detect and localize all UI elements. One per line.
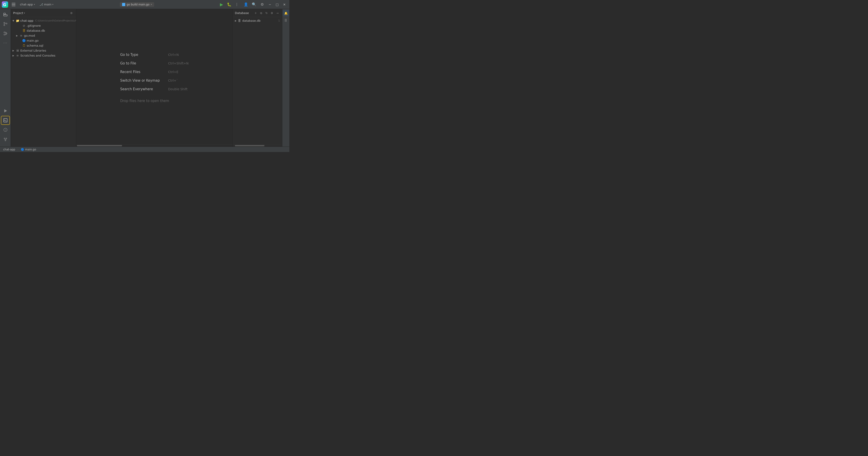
db-panel-button[interactable]: 🗄 <box>283 17 289 24</box>
svg-point-23 <box>5 140 6 141</box>
shortcut-key-4: Double Shift <box>168 87 188 91</box>
sidebar-item-project[interactable] <box>1 10 10 19</box>
svg-rect-9 <box>4 32 5 33</box>
shortcut-key-3: Ctrl+` <box>168 79 178 82</box>
collab-button[interactable]: 👤 <box>242 1 250 8</box>
shortcut-action-3[interactable]: Switch View or Keymap <box>120 79 165 83</box>
branch-chevron: ▾ <box>52 3 53 6</box>
sidebar-item-problems[interactable]: i <box>1 125 10 134</box>
sidebar-item-structure[interactable] <box>1 29 10 38</box>
svg-marker-16 <box>4 109 7 112</box>
sidebar-item-git[interactable] <box>1 135 10 144</box>
gomod-label: go.mod <box>24 34 35 37</box>
maximize-button[interactable]: □ <box>274 1 280 8</box>
branch-icon: ⎇ <box>39 3 43 6</box>
db-refresh-button[interactable]: ↻ <box>264 11 269 16</box>
sidebar-item-more[interactable]: ··· <box>1 38 10 48</box>
folder-icon: 📁 <box>16 19 20 22</box>
svg-point-5 <box>4 25 5 26</box>
shortcut-row-1: Go to File Ctrl+Shift+N <box>120 61 189 65</box>
shortcut-row-4: Search Everywhere Double Shift <box>120 87 188 91</box>
svg-line-25 <box>5 139 6 140</box>
status-project[interactable]: chat-app <box>2 148 16 151</box>
sidebar-item-terminal[interactable] <box>1 116 10 125</box>
tree-item-external-libraries[interactable]: 🏛 External Libraries <box>11 48 76 53</box>
debug-button[interactable]: 🐛 <box>225 1 233 8</box>
shortcut-row-0: Go to Type Ctrl+N <box>120 53 179 57</box>
project-name: chat-app <box>20 3 33 6</box>
db-expand-button[interactable]: → <box>275 11 280 16</box>
sidebar: Project ▾ ⚙ 📁 chat-app C:\Users\ryan0\Go… <box>11 9 76 147</box>
sidebar-title: Project <box>13 11 23 15</box>
sidebar-header-actions: ⚙ <box>69 11 74 16</box>
tree-item-gitignore[interactable]: ⊘ .gitignore <box>11 23 76 28</box>
settings-button[interactable]: ⚙ <box>258 1 266 8</box>
shortcut-row-2: Recent Files Ctrl+E <box>120 70 179 74</box>
scratches-arrow <box>12 54 15 57</box>
db-tree-item-database-db[interactable]: ▶ 🗄 database.db 1 <box>232 18 282 23</box>
notifications-button[interactable]: 🔔 <box>283 10 289 16</box>
search-button[interactable]: 🔍 <box>250 1 258 8</box>
close-button[interactable]: ✕ <box>281 1 287 8</box>
svg-point-22 <box>6 138 7 139</box>
shortcut-key-2: Ctrl+E <box>168 70 179 74</box>
main-layout: ··· i <box>0 9 289 147</box>
svg-line-24 <box>4 139 5 140</box>
status-file[interactable]: 🔵 main.go <box>20 148 37 151</box>
svg-rect-2 <box>4 13 5 15</box>
titlebar-right: 👤 🔍 ⚙ ─ □ ✕ <box>242 1 287 8</box>
svg-point-21 <box>4 138 5 139</box>
db-settings-button[interactable]: ⚙ <box>270 11 274 16</box>
sidebar-item-vcs[interactable] <box>1 20 10 28</box>
project-chevron: ▾ <box>34 3 35 6</box>
run-config-chevron: ▾ <box>151 3 152 6</box>
chat-app-path: C:\Users\ryan0\GolandProjects\ch <box>35 19 76 22</box>
svg-line-8 <box>5 23 6 24</box>
more-options-button[interactable]: ⋮ <box>233 1 241 8</box>
hamburger-menu[interactable] <box>10 1 17 8</box>
run-button[interactable]: ▶ <box>218 1 225 8</box>
statusbar: chat-app › 🔵 main.go <box>0 147 289 152</box>
minimize-button[interactable]: ─ <box>267 1 273 8</box>
tree-item-main-go[interactable]: 🔵 main.go <box>11 38 76 43</box>
gomod-arrow <box>16 34 19 37</box>
titlebar-actions: ▶ 🐛 ⋮ <box>218 1 241 8</box>
svg-text:G: G <box>3 2 6 7</box>
branch-selector[interactable]: ⎇ main ▾ <box>38 2 55 7</box>
shortcut-action-0[interactable]: Go to Type <box>120 53 165 57</box>
tree-item-go-mod[interactable]: ≡ go.mod <box>11 33 76 38</box>
branch-name: main <box>44 3 51 6</box>
sidebar-item-run[interactable] <box>1 106 10 115</box>
status-project-text: chat-app <box>3 148 15 151</box>
shortcut-action-4[interactable]: Search Everywhere <box>120 87 165 91</box>
app-logo: G <box>2 1 8 8</box>
svg-point-6 <box>6 23 7 24</box>
tree-item-chat-app[interactable]: 📁 chat-app C:\Users\ryan0\GolandProjects… <box>11 18 76 23</box>
shortcut-action-2[interactable]: Recent Files <box>120 70 165 74</box>
tree-item-scratches-consoles[interactable]: ≡ Scratches and Consoles <box>11 53 76 58</box>
sidebar-title-chevron[interactable]: ▾ <box>24 12 25 14</box>
tree-item-schema-sql[interactable]: 🗒 schema.sql <box>11 43 76 48</box>
run-config-label: go build main.go <box>127 3 149 6</box>
database-panel: Database + ⧉ ↻ ⚙ → ▶ 🗄 database.db 1 <box>232 9 282 147</box>
database-panel-header: Database + ⧉ ↻ ⚙ → <box>232 9 282 17</box>
editor-shortcuts: Go to Type Ctrl+N Go to File Ctrl+Shift+… <box>120 53 189 103</box>
chat-app-label: chat-app <box>20 19 33 22</box>
project-selector[interactable]: chat-app ▾ <box>18 2 37 7</box>
db-file-icon: 🗄 <box>238 19 241 22</box>
extlib-icon: 🏛 <box>16 49 20 52</box>
titlebar: G chat-app ▾ ⎇ main ▾ go build main.go ▾… <box>0 0 289 9</box>
db-add-button[interactable]: + <box>253 11 258 16</box>
editor-scrollbar[interactable] <box>76 144 232 147</box>
svg-rect-11 <box>4 34 5 35</box>
gitignore-label: .gitignore <box>27 24 41 27</box>
shortcut-action-1[interactable]: Go to File <box>120 61 165 65</box>
run-config-selector[interactable]: go build main.go ▾ <box>120 2 154 7</box>
sidebar-header: Project ▾ ⚙ <box>11 9 76 17</box>
db-copy-button[interactable]: ⧉ <box>258 11 264 16</box>
database-panel-content: ▶ 🗄 database.db 1 <box>232 17 282 144</box>
sql-label: schema.sql <box>27 44 43 47</box>
tree-item-database-db[interactable]: 🗄 database.db <box>11 28 76 33</box>
sidebar-gear-btn[interactable]: ⚙ <box>69 11 74 16</box>
gomod-icon: ≡ <box>20 34 23 37</box>
